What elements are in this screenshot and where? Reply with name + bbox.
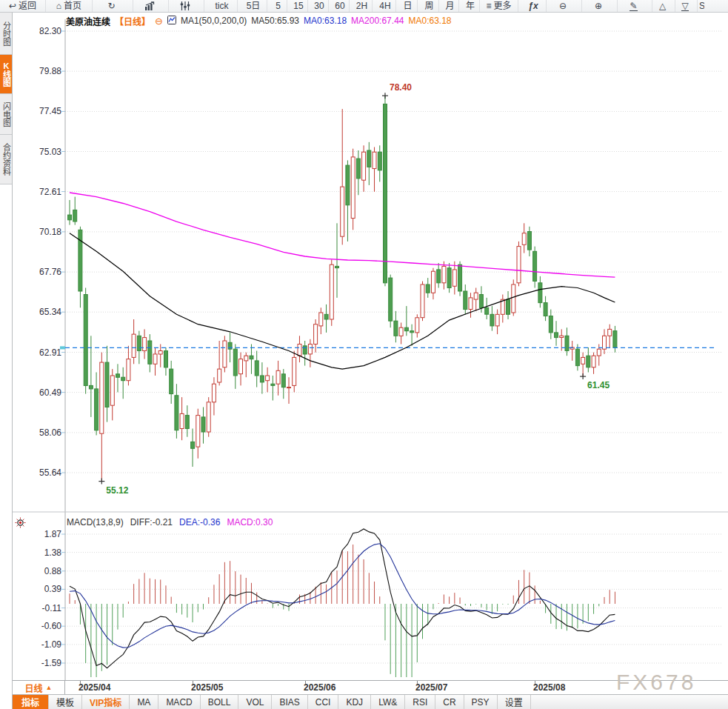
indicator-tab-settings[interactable]: 设置	[498, 695, 531, 709]
x-axis-label: 2025/07	[415, 682, 447, 693]
toolbar-item-label: 日	[403, 1, 412, 10]
indicator-tab-kdj[interactable]: KDJ	[338, 695, 371, 709]
ma0-orange-value: MA0:63.18	[408, 16, 451, 26]
toolbar-item-week[interactable]: 周	[418, 0, 439, 12]
toolbar-item-hour4[interactable]: 4H	[373, 0, 396, 12]
svg-text:82.30: 82.30	[39, 26, 61, 36]
indicator-tab-bar: 指标 模板 VIP指标 MA MACD BOLL VOL BIAS CCI KD…	[13, 694, 728, 709]
indicator-tab-psy[interactable]: PSY	[464, 695, 498, 709]
toolbar-item-more[interactable]: ≡ 更多	[480, 0, 518, 12]
indicator-tab-ma[interactable]: MA	[130, 695, 158, 709]
toolbar-item-label: 周	[424, 1, 433, 10]
toolbar-item-label: 5	[275, 1, 281, 10]
indicator-tab-templates[interactable]: 模板	[49, 695, 82, 709]
sidebar-item-label: 闪电图	[2, 102, 10, 127]
toolbar-item-back[interactable]: ↩ 返回	[0, 0, 46, 12]
indicator-tab-boll[interactable]: BOLL	[201, 695, 239, 709]
x-axis-strip: 日线 ▲ 2025/042025/052025/062025/072025/08…	[13, 680, 728, 694]
toolbar-item-triangle-up[interactable]: △	[652, 0, 675, 12]
toolbar-item-kline-style[interactable]	[169, 0, 204, 12]
toolbar-item-refresh[interactable]: ↻	[93, 0, 133, 12]
toolbar-item-draw[interactable]: ✎	[618, 0, 652, 12]
toolbar-item-min30[interactable]: 30	[308, 0, 329, 12]
period-dropdown[interactable]: 日线 ▲	[13, 681, 65, 694]
indicator-settings-icon[interactable]	[15, 517, 26, 531]
toolbar-item-hour2[interactable]: 2H	[350, 0, 373, 12]
toolbar-item-bar-chart[interactable]	[133, 0, 169, 12]
toolbar-item-icon: ≡	[486, 1, 491, 10]
toolbar-item-label: tick	[216, 1, 229, 10]
indicator-tab-label: 指标	[21, 696, 39, 708]
toolbar-item-min60[interactable]: 60	[329, 0, 350, 12]
indicator-tab-label: MA	[137, 697, 150, 708]
sidebar-items: 分时图 K线图 闪电图 合约资料	[0, 13, 12, 184]
macd-header: MACD(13,8,9) DIFF:-0.21 DEA:-0.36 MACD:0…	[67, 517, 273, 527]
svg-text:0.39: 0.39	[44, 584, 62, 594]
sidebar-item-label: 合约资料	[2, 143, 10, 176]
toolbar-item-home[interactable]: ⌂ 首页	[46, 0, 93, 12]
toolbar-item-label: 更多	[494, 1, 512, 10]
svg-text:65.34: 65.34	[39, 307, 61, 317]
toolbar-item-label: 返回	[19, 1, 36, 10]
toolbar-item-min15[interactable]: 15	[287, 0, 308, 12]
toolbar-item-formula[interactable]: ƒx	[518, 0, 547, 12]
indicator-tab-cci[interactable]: CCI	[308, 695, 339, 709]
toolbar-item-label: 5日	[247, 1, 261, 10]
toolbar-item-year[interactable]: 年	[459, 0, 480, 12]
indicator-tab-macd[interactable]: MACD	[158, 695, 200, 709]
sidebar-item-kline-chart[interactable]: K线图	[0, 55, 12, 94]
indicator-tab-label: PSY	[472, 697, 490, 708]
macd-dea-value: DEA:-0.36	[179, 517, 220, 527]
indicator-tab-label: CCI	[315, 697, 331, 708]
chart-header: 美原油连续【日线】 ⊖ MA1(50,0,200,0) MA50:65.93 M…	[66, 16, 452, 26]
toolbar-item-icon	[144, 1, 156, 10]
svg-text:-0.11: -0.11	[42, 603, 62, 613]
toolbar-item-label: 15	[293, 1, 303, 10]
svg-text:55.64: 55.64	[39, 467, 61, 478]
indicator-tab-vip-indicators[interactable]: VIP指标	[82, 695, 130, 709]
toolbar: ↩ 返回 ⌂ 首页 ↻ tick 5日 5 15 30	[0, 0, 728, 13]
toolbar-item-zoom-in[interactable]: ⊕	[582, 0, 618, 12]
svg-text:75.03: 75.03	[39, 147, 61, 157]
toolbar-item-icon: ⊖	[559, 1, 567, 10]
toolbar-item-month[interactable]: 月	[439, 0, 459, 12]
indicator-tab-rsi[interactable]: RSI	[405, 695, 435, 709]
toolbar-item-clipped-edge[interactable]: S	[698, 0, 704, 12]
toolbar-item-icon: ▽	[681, 1, 688, 11]
svg-text:0.88: 0.88	[44, 566, 62, 576]
price-chart-canvas[interactable]: 82.3079.8877.4575.0372.6170.1867.7665.34…	[13, 13, 728, 680]
toolbar-item-icon: ⌂	[56, 1, 61, 10]
svg-text:79.88: 79.88	[39, 66, 61, 76]
sidebar-item-contract-info[interactable]: 合约资料	[0, 135, 12, 184]
macd-bar-value: MACD:0.30	[227, 517, 273, 527]
svg-text:-1.09: -1.09	[41, 639, 62, 650]
indicator-tab-indicators[interactable]: 指标	[13, 695, 49, 709]
sidebar-item-time-chart[interactable]: 分时图	[0, 13, 12, 55]
svg-text:62.91: 62.91	[39, 347, 61, 358]
toolbar-item-label: 年	[466, 1, 475, 10]
indicator-tab-label: CR	[443, 697, 455, 708]
svg-text:1.87: 1.87	[44, 529, 62, 539]
toolbar-item-5day[interactable]: 5日	[238, 0, 267, 12]
sidebar-item-lightning-chart[interactable]: 闪电图	[0, 94, 12, 135]
indicator-tab-lwr[interactable]: LW&	[371, 695, 405, 709]
indicator-tab-cr[interactable]: CR	[435, 695, 464, 709]
svg-text:55.12: 55.12	[106, 485, 128, 496]
toolbar-item-triangle-down[interactable]: ▽	[675, 0, 698, 12]
toolbar-item-icon: ⊕	[595, 1, 602, 10]
svg-text:61.45: 61.45	[587, 380, 610, 390]
period-label: 【日线】	[115, 15, 150, 27]
toolbar-item-icon	[180, 1, 190, 10]
toolbar-item-min5[interactable]: 5	[267, 0, 287, 12]
toolbar-item-zoom-out[interactable]: ⊖	[547, 0, 582, 12]
toolbar-item-tick[interactable]: tick	[204, 0, 238, 12]
toolbar-item-day[interactable]: 日	[396, 0, 418, 12]
collapse-icon[interactable]: ⊖	[155, 16, 163, 26]
indicator-tab-bias[interactable]: BIAS	[272, 695, 307, 709]
sidebar-filler	[0, 184, 12, 709]
toolbar-item-icon: ✎	[630, 1, 637, 11]
chart-type-sidebar: 分时图 K线图 闪电图 合约资料	[0, 13, 13, 709]
period-dropdown-label: 日线	[25, 682, 43, 694]
svg-text:-0.60: -0.60	[41, 621, 62, 631]
indicator-tab-vol[interactable]: VOL	[238, 695, 272, 709]
